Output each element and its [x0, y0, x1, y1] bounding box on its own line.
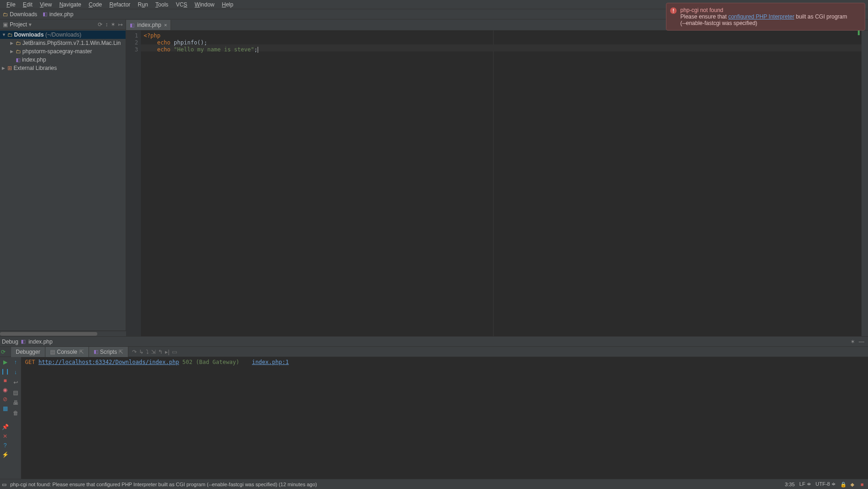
- menu-view[interactable]: View: [36, 0, 56, 9]
- tree-libraries[interactable]: ▶ ⊞ External Libraries: [0, 64, 126, 72]
- minimize-icon[interactable]: —: [859, 339, 864, 345]
- status-message: php-cgi not found: Please ensure that co…: [10, 482, 317, 487]
- view-breakpoints-icon[interactable]: ◉: [2, 387, 8, 393]
- gutter: 1 2 3: [126, 31, 141, 336]
- notification-body: Please ensure that configured PHP Interp…: [680, 13, 860, 20]
- console-method: GET: [25, 359, 35, 365]
- project-tool-icon: ▣: [3, 21, 8, 28]
- error-icon: !: [670, 7, 677, 14]
- menu-edit[interactable]: Edit: [19, 0, 36, 9]
- step-into-icon[interactable]: ↳: [139, 349, 144, 355]
- tree-folder[interactable]: ▶ 🗀 phpstorm-spacegray-master: [0, 47, 126, 56]
- collapse-all-icon[interactable]: ↕: [105, 21, 108, 28]
- evaluate-icon[interactable]: ▭: [172, 349, 177, 355]
- down-icon[interactable]: ↓: [14, 369, 17, 376]
- code-token: <?php: [144, 32, 160, 39]
- debugger-tab[interactable]: Debugger: [11, 347, 45, 357]
- tree-expander-icon[interactable]: ▶: [10, 49, 16, 54]
- php-file-icon: ◧: [130, 22, 134, 28]
- scrollbar-thumb[interactable]: [0, 332, 97, 336]
- editor-tab[interactable]: ◧ index.php ×: [126, 20, 171, 30]
- folder-icon: 🗀: [16, 40, 21, 46]
- notification-line2: (--enable-fastcgi was specified): [680, 20, 860, 26]
- editor-body[interactable]: 1 2 3 <?php echo phpinfo(); echo "Hello …: [126, 31, 868, 336]
- hektor-icon[interactable]: ◆: [850, 482, 856, 487]
- up-icon[interactable]: ↑: [14, 359, 17, 365]
- code-token: echo: [157, 46, 171, 53]
- lock-icon[interactable]: 🔒: [840, 482, 846, 487]
- menu-help[interactable]: Help: [218, 0, 237, 9]
- breadcrumb-file[interactable]: ◧ index.php: [43, 11, 73, 18]
- scroll-from-source-icon[interactable]: ⟳: [98, 21, 102, 28]
- gear-icon[interactable]: ✶: [850, 339, 855, 345]
- gear-icon[interactable]: ✶: [111, 21, 115, 28]
- pause-icon[interactable]: ❙❙: [2, 368, 8, 375]
- step-out-icon[interactable]: ↰: [158, 349, 163, 355]
- project-tree[interactable]: ▼ 🗀 Downloads (~/Downloads) ▶ 🗀 JetBrain…: [0, 30, 126, 331]
- close-icon[interactable]: ×: [164, 22, 167, 28]
- run-to-cursor-icon[interactable]: ▸|: [165, 349, 169, 355]
- chevron-down-icon[interactable]: ▾: [29, 21, 32, 28]
- tree-expander-icon[interactable]: ▼: [2, 32, 7, 37]
- layout-icon[interactable]: ▦: [2, 405, 8, 412]
- restart-icon[interactable]: ⟳: [1, 349, 6, 355]
- tree-expander-icon[interactable]: ▶: [10, 41, 16, 45]
- resume-icon[interactable]: ▶: [2, 359, 8, 365]
- sidebar-scrollbar[interactable]: [0, 331, 126, 336]
- console-output[interactable]: GET http://localhost:63342/Downloads/ind…: [21, 357, 868, 479]
- code-token: phpinfo();: [171, 39, 207, 46]
- line-ending[interactable]: LF ≑: [799, 481, 811, 487]
- hide-icon[interactable]: ↦: [118, 21, 123, 28]
- soft-wrap-icon[interactable]: ↩: [13, 379, 18, 386]
- pin-icon[interactable]: ⇱: [119, 349, 123, 355]
- debug-left-toolbar: ▶ ❙❙ ■ ◉ ⊘ ▦ 📌 ✕ ? ⚡: [0, 357, 10, 479]
- console-url[interactable]: http://localhost:63342/Downloads/index.p…: [38, 359, 179, 365]
- force-step-icon[interactable]: ⇲: [151, 349, 156, 355]
- menu-file[interactable]: File: [3, 0, 19, 9]
- menu-window[interactable]: Window: [191, 0, 218, 9]
- stack-icon[interactable]: ⚡: [2, 451, 8, 458]
- menu-run[interactable]: Run: [134, 0, 152, 9]
- tree-file[interactable]: ◧ index.php: [0, 56, 126, 64]
- code-area[interactable]: <?php echo phpinfo(); echo "Hello my nam…: [141, 31, 862, 336]
- menu-tools[interactable]: Tools: [152, 0, 172, 9]
- editor-scrollbar[interactable]: [862, 31, 868, 336]
- tree-item-label: JetBrains.PhpStorm.v7.1.1.Win.Mac.Lin: [22, 40, 120, 46]
- menu-navigate[interactable]: Navigate: [56, 0, 85, 9]
- code-token: echo: [157, 39, 171, 46]
- caret-position[interactable]: 3:35: [785, 482, 794, 487]
- help-icon[interactable]: ?: [2, 442, 8, 449]
- scroll-to-end-icon[interactable]: ▤: [13, 389, 18, 396]
- menu-refactor[interactable]: Refactor: [106, 0, 134, 9]
- breadcrumb-folder[interactable]: 🗀 Downloads: [3, 11, 37, 18]
- line-number: 1: [126, 32, 138, 39]
- print-icon[interactable]: 🖶: [13, 400, 19, 406]
- tree-root[interactable]: ▼ 🗀 Downloads (~/Downloads): [0, 31, 126, 39]
- sidebar-title[interactable]: Project: [10, 21, 27, 28]
- clear-icon[interactable]: 🗑: [13, 410, 19, 416]
- php-file-icon: ◧: [21, 339, 25, 345]
- notification-popup[interactable]: ! php-cgi not found Please ensure that c…: [666, 3, 865, 31]
- console-tab[interactable]: ▤ Console ⇱: [45, 347, 89, 357]
- console-source-link[interactable]: index.php:1: [252, 359, 289, 365]
- mute-breakpoints-icon[interactable]: ⊘: [2, 396, 8, 402]
- tree-folder[interactable]: ▶ 🗀 JetBrains.PhpStorm.v7.1.1.Win.Mac.Li…: [0, 39, 126, 47]
- pin-tab-icon[interactable]: 📌: [2, 424, 8, 430]
- tree-expander-icon[interactable]: ▶: [2, 66, 7, 70]
- status-collapse-icon[interactable]: ▭: [2, 482, 7, 487]
- step-into-my-icon[interactable]: ⤵: [146, 349, 149, 355]
- encoding[interactable]: UTF-8 ≑: [816, 481, 836, 487]
- separator: [2, 414, 8, 421]
- notification-link[interactable]: configured PHP Interpreter: [728, 13, 794, 20]
- debug-config-name: index.php: [28, 339, 52, 345]
- menu-code[interactable]: Code: [85, 0, 106, 9]
- menu-vcs[interactable]: VCS: [172, 0, 191, 9]
- pin-icon[interactable]: ⇱: [79, 349, 84, 355]
- stop-icon[interactable]: ■: [2, 377, 8, 384]
- code-token: "Hello my name is steve": [171, 46, 254, 53]
- notification-indicator-icon[interactable]: ■: [861, 482, 866, 487]
- close-session-icon[interactable]: ✕: [2, 433, 8, 439]
- scripts-tab[interactable]: ◧ Scripts ⇱: [89, 347, 129, 357]
- step-over-icon[interactable]: ↷: [132, 349, 137, 355]
- console-icon: ▤: [50, 349, 55, 355]
